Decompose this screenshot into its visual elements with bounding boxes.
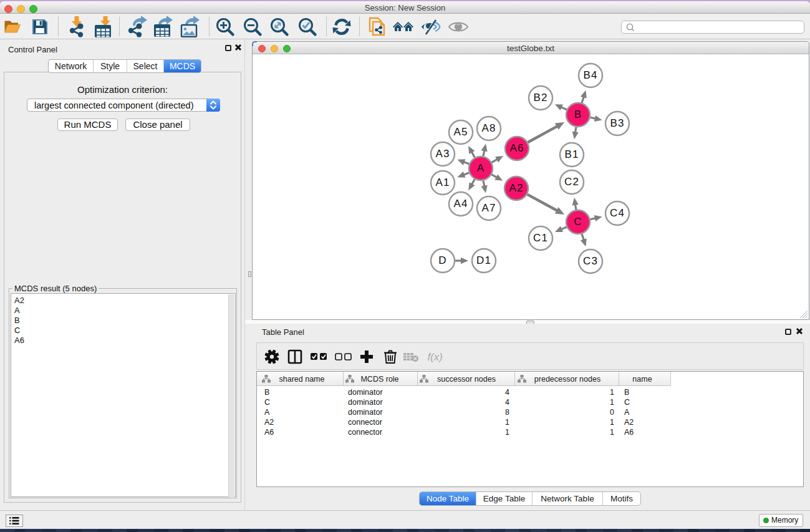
svg-text:A: A xyxy=(477,162,485,174)
svg-text:C2: C2 xyxy=(564,176,579,188)
svg-text:C1: C1 xyxy=(533,232,548,244)
svg-text:A1: A1 xyxy=(435,177,450,188)
svg-text:A6: A6 xyxy=(509,142,524,154)
svg-text:A4: A4 xyxy=(453,198,468,210)
svg-text:A7: A7 xyxy=(481,202,496,214)
svg-text:A5: A5 xyxy=(453,126,468,138)
svg-text:A3: A3 xyxy=(435,148,450,160)
svg-text:D: D xyxy=(438,254,446,266)
svg-text:C: C xyxy=(574,216,582,228)
svg-text:B: B xyxy=(574,109,582,120)
svg-text:f(x): f(x) xyxy=(428,351,443,363)
svg-text:B4: B4 xyxy=(583,69,597,81)
svg-text:A2: A2 xyxy=(509,182,523,194)
svg-text:C3: C3 xyxy=(583,255,598,267)
svg-text:A8: A8 xyxy=(481,122,496,134)
svg-text:B3: B3 xyxy=(610,117,624,129)
svg-text:C4: C4 xyxy=(610,207,625,219)
svg-text:D1: D1 xyxy=(476,254,491,266)
svg-text:B1: B1 xyxy=(564,148,579,160)
svg-text:B2: B2 xyxy=(533,92,547,104)
